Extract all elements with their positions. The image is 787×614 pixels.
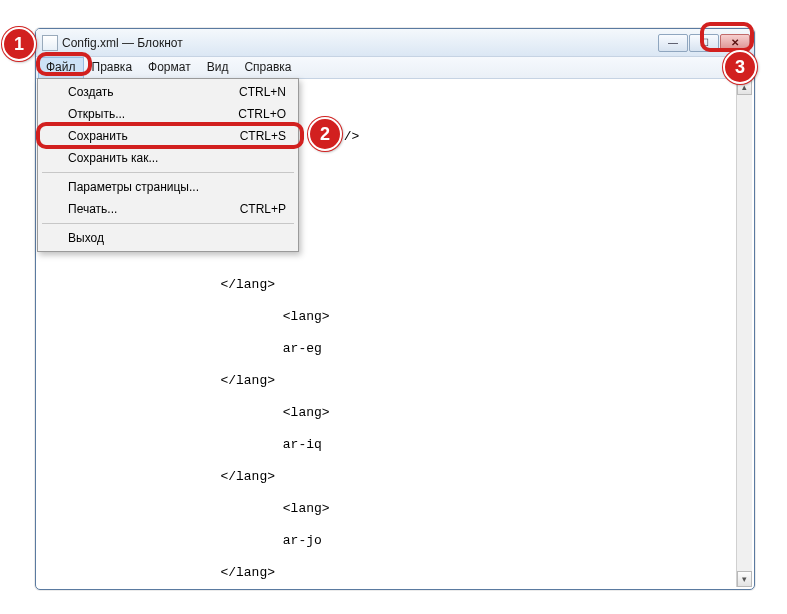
menu-help[interactable]: Справка	[236, 57, 299, 78]
editor-line: ar-eg	[158, 341, 330, 357]
window-title: Config.xml — Блокнот	[62, 36, 658, 50]
menu-item-save[interactable]: Сохранить CTRL+S	[40, 125, 296, 147]
editor-line: <lang>	[158, 405, 330, 421]
titlebar[interactable]: Config.xml — Блокнот — ☐ ✕	[36, 29, 754, 57]
scroll-up-icon[interactable]: ▴	[737, 79, 752, 95]
menu-item-label: Параметры страницы...	[68, 180, 199, 194]
menu-item-label: Создать	[68, 85, 114, 99]
menu-item-open[interactable]: Открыть... CTRL+O	[40, 103, 296, 125]
scroll-down-icon[interactable]: ▾	[737, 571, 752, 587]
menu-item-exit[interactable]: Выход	[40, 227, 296, 249]
editor-line: </lang>	[158, 373, 330, 389]
menu-item-shortcut: CTRL+P	[240, 202, 286, 216]
close-button[interactable]: ✕	[720, 34, 750, 52]
menu-item-label: Сохранить как...	[68, 151, 158, 165]
menu-separator	[42, 172, 294, 173]
menu-format[interactable]: Формат	[140, 57, 199, 78]
menu-item-page-setup[interactable]: Параметры страницы...	[40, 176, 296, 198]
editor-line: </lang>	[158, 469, 330, 485]
editor-line: ar-jo	[158, 533, 330, 549]
menu-item-shortcut: CTRL+N	[239, 85, 286, 99]
window-buttons: — ☐ ✕	[658, 34, 750, 52]
annotation-badge-1: 1	[2, 27, 36, 61]
file-menu-dropdown: Создать CTRL+N Открыть... CTRL+O Сохрани…	[37, 78, 299, 252]
menu-item-shortcut: CTRL+S	[240, 129, 286, 143]
menu-item-save-as[interactable]: Сохранить как...	[40, 147, 296, 169]
menu-edit[interactable]: Правка	[84, 57, 141, 78]
editor-line: </lang>	[158, 277, 330, 293]
minimize-button[interactable]: —	[658, 34, 688, 52]
menu-item-label: Сохранить	[68, 129, 128, 143]
text-fragment: "/>	[336, 129, 359, 145]
menu-item-label: Печать...	[68, 202, 117, 216]
document-icon	[42, 35, 58, 51]
menubar: Файл Правка Формат Вид Справка	[36, 57, 754, 79]
maximize-button[interactable]: ☐	[689, 34, 719, 52]
editor-line: </lang>	[158, 565, 330, 581]
editor-line: <lang>	[158, 501, 330, 517]
menu-item-label: Открыть...	[68, 107, 125, 121]
menu-item-new[interactable]: Создать CTRL+N	[40, 81, 296, 103]
menu-item-label: Выход	[68, 231, 104, 245]
menu-item-print[interactable]: Печать... CTRL+P	[40, 198, 296, 220]
editor-line: <lang>	[158, 309, 330, 325]
menu-view[interactable]: Вид	[199, 57, 237, 78]
vertical-scrollbar[interactable]: ▴ ▾	[736, 79, 752, 587]
editor-line: ar-iq	[158, 437, 330, 453]
menu-file[interactable]: Файл	[38, 57, 84, 78]
menu-separator	[42, 223, 294, 224]
menu-item-shortcut: CTRL+O	[238, 107, 286, 121]
